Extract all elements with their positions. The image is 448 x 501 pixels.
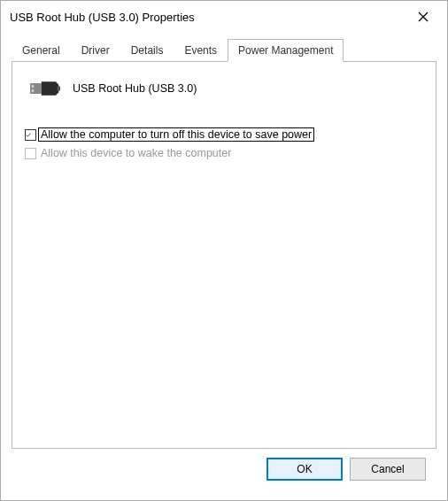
tab-power-management[interactable]: Power Management (228, 39, 344, 62)
svg-rect-3 (32, 85, 35, 88)
close-icon (418, 12, 429, 22)
properties-window: USB Root Hub (USB 3.0) Properties Genera… (0, 0, 448, 501)
device-name-label: USB Root Hub (USB 3.0) (73, 82, 197, 95)
tab-strip: General Driver Details Events Power Mana… (12, 38, 436, 61)
check-icon (26, 131, 31, 139)
tab-events[interactable]: Events (174, 39, 228, 62)
cancel-button[interactable]: Cancel (350, 458, 426, 481)
svg-rect-4 (32, 89, 35, 92)
checkbox-wake (25, 148, 36, 159)
device-row: USB Root Hub (USB 3.0) (30, 78, 423, 99)
checkbox-row-power-off[interactable]: Allow the computer to turn off this devi… (25, 127, 423, 142)
ok-button[interactable]: OK (266, 458, 343, 481)
window-title: USB Root Hub (USB 3.0) Properties (10, 11, 195, 24)
tab-details[interactable]: Details (120, 39, 174, 62)
checkbox-row-wake: Allow this device to wake the computer (25, 147, 423, 159)
close-button[interactable] (410, 6, 436, 27)
content-area: General Driver Details Events Power Mana… (1, 33, 447, 500)
usb-plug-icon (30, 78, 60, 99)
checkbox-power-off-label: Allow the computer to turn off this devi… (38, 127, 314, 142)
button-row: OK Cancel (12, 449, 436, 489)
svg-rect-5 (58, 86, 60, 90)
tab-general[interactable]: General (12, 39, 71, 62)
titlebar: USB Root Hub (USB 3.0) Properties (1, 1, 447, 33)
tab-panel: USB Root Hub (USB 3.0) Allow the compute… (12, 61, 436, 449)
tab-driver[interactable]: Driver (71, 39, 120, 62)
checkbox-power-off[interactable] (25, 129, 36, 141)
checkbox-wake-label: Allow this device to wake the computer (41, 147, 231, 159)
